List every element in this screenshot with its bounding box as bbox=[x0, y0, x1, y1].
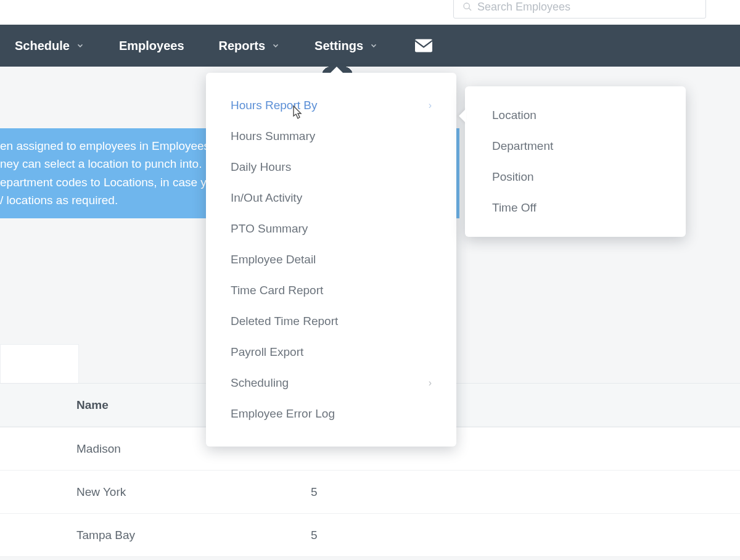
table-row[interactable]: New York 5 bbox=[0, 471, 740, 514]
cell-count: 5 bbox=[298, 529, 409, 542]
nav-reports-label: Reports bbox=[219, 39, 266, 53]
menu-employee-detail[interactable]: Employee Detail bbox=[206, 244, 456, 275]
nav-reports[interactable]: Reports bbox=[219, 39, 281, 53]
menu-label: Hours Report By bbox=[231, 99, 317, 112]
menu-employee-error-log[interactable]: Employee Error Log bbox=[206, 398, 456, 429]
menu-label: In/Out Activity bbox=[231, 191, 302, 205]
menu-label: Employee Detail bbox=[231, 253, 316, 266]
submenu-label: Location bbox=[492, 109, 536, 122]
chevron-down-icon bbox=[76, 41, 84, 50]
envelope-icon bbox=[415, 39, 432, 52]
menu-label: Scheduling bbox=[231, 376, 289, 390]
menu-daily-hours[interactable]: Daily Hours bbox=[206, 152, 456, 183]
menu-label: Time Card Report bbox=[231, 284, 323, 297]
hours-report-by-submenu: Location Department Position Time Off bbox=[465, 86, 686, 237]
menu-label: Payroll Export bbox=[231, 345, 303, 359]
nav-schedule-label: Schedule bbox=[15, 39, 70, 53]
submenu-label: Time Off bbox=[492, 201, 536, 215]
menu-label: Deleted Time Report bbox=[231, 315, 338, 328]
table-tab[interactable] bbox=[0, 344, 79, 383]
nav-settings-label: Settings bbox=[314, 39, 363, 53]
nav-mail[interactable] bbox=[415, 39, 432, 52]
svg-line-1 bbox=[469, 8, 471, 10]
submenu-location[interactable]: Location bbox=[465, 100, 686, 131]
nav-schedule[interactable]: Schedule bbox=[15, 39, 84, 53]
nav-settings[interactable]: Settings bbox=[314, 39, 378, 53]
menu-in-out-activity[interactable]: In/Out Activity bbox=[206, 183, 456, 213]
menu-payroll-export[interactable]: Payroll Export bbox=[206, 337, 456, 368]
chevron-down-icon bbox=[271, 41, 280, 50]
search-box[interactable] bbox=[453, 0, 706, 19]
menu-pto-summary[interactable]: PTO Summary bbox=[206, 213, 456, 244]
svg-rect-2 bbox=[415, 39, 432, 52]
top-bar bbox=[0, 0, 740, 25]
submenu-department[interactable]: Department bbox=[465, 131, 686, 162]
menu-hours-report-by[interactable]: Hours Report By › bbox=[206, 90, 456, 121]
menu-label: Hours Summary bbox=[231, 130, 315, 143]
search-input[interactable] bbox=[477, 1, 697, 14]
main-nav: Schedule Employees Reports Settings bbox=[0, 25, 740, 67]
svg-point-0 bbox=[464, 3, 469, 9]
reports-dropdown: Hours Report By › Hours Summary Daily Ho… bbox=[206, 73, 456, 447]
search-icon bbox=[462, 2, 472, 12]
chevron-down-icon bbox=[369, 41, 378, 50]
menu-time-card-report[interactable]: Time Card Report bbox=[206, 275, 456, 306]
nav-employees[interactable]: Employees bbox=[119, 39, 184, 53]
submenu-position[interactable]: Position bbox=[465, 162, 686, 192]
chevron-right-icon: › bbox=[429, 377, 432, 389]
cell-name: Tampa Bay bbox=[76, 529, 298, 542]
submenu-time-off[interactable]: Time Off bbox=[465, 192, 686, 223]
menu-hours-summary[interactable]: Hours Summary bbox=[206, 121, 456, 152]
menu-label: Daily Hours bbox=[231, 160, 291, 174]
menu-deleted-time-report[interactable]: Deleted Time Report bbox=[206, 306, 456, 337]
menu-label: PTO Summary bbox=[231, 222, 308, 236]
cell-count: 5 bbox=[298, 485, 409, 499]
chevron-right-icon: › bbox=[429, 100, 432, 111]
submenu-label: Department bbox=[492, 139, 553, 153]
table-row[interactable]: Tampa Bay 5 bbox=[0, 514, 740, 557]
submenu-label: Position bbox=[492, 170, 534, 184]
cell-name: New York bbox=[76, 485, 298, 499]
nav-employees-label: Employees bbox=[119, 39, 184, 53]
menu-label: Employee Error Log bbox=[231, 407, 335, 421]
menu-scheduling[interactable]: Scheduling › bbox=[206, 368, 456, 398]
